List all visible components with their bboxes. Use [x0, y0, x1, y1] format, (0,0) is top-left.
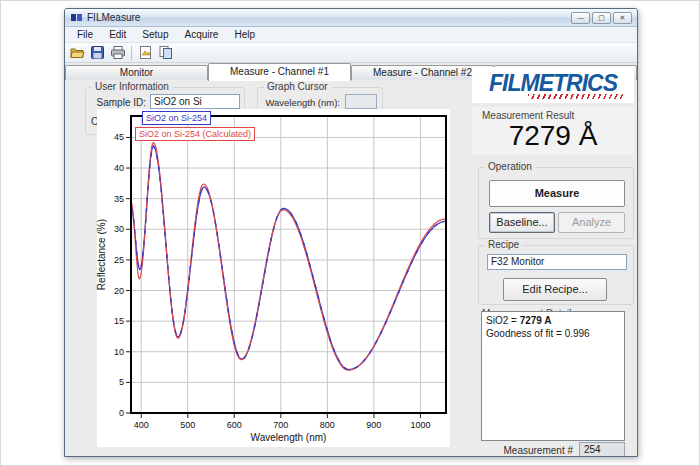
filmetrics-logo: FILMETRICS: [472, 67, 634, 103]
svg-text:5: 5: [119, 377, 124, 387]
measure-button[interactable]: Measure: [489, 180, 625, 207]
svg-text:40: 40: [114, 163, 124, 173]
cursor-wavelength-value: [345, 94, 377, 109]
screenshot-canvas: FILMeasure — ▢ ✕ File Edit Setup Acquire…: [0, 0, 700, 466]
svg-text:1000: 1000: [410, 420, 430, 430]
svg-text:45: 45: [114, 132, 124, 142]
svg-text:20: 20: [114, 286, 124, 296]
svg-text:10: 10: [114, 347, 124, 357]
svg-text:500: 500: [180, 420, 195, 430]
svg-text:30: 30: [114, 224, 124, 234]
tab-monitor[interactable]: Monitor: [65, 65, 208, 80]
svg-text:800: 800: [320, 420, 335, 430]
svg-text:600: 600: [227, 420, 242, 430]
menu-help[interactable]: Help: [226, 27, 263, 42]
menu-file[interactable]: File: [69, 27, 101, 42]
graph-cursor-title: Graph Cursor: [264, 81, 331, 92]
operation-group: Operation Measure Baseline... Analyze: [478, 167, 634, 239]
measurement-details-box: SiO2 = 7279 A Goodness of fit = 0.996: [481, 311, 625, 441]
svg-text:900: 900: [366, 420, 381, 430]
filmeasure-window: FILMeasure — ▢ ✕ File Edit Setup Acquire…: [64, 8, 638, 457]
details-thickness-value: 7279 A: [520, 315, 552, 326]
svg-text:700: 700: [273, 420, 288, 430]
app-icon: [71, 12, 82, 23]
window-title: FILMeasure: [87, 12, 140, 23]
user-information-title: User Information: [92, 81, 172, 92]
svg-text:25: 25: [114, 255, 124, 265]
baseline-button[interactable]: Baseline...: [489, 212, 555, 233]
minimize-icon[interactable]: —: [571, 12, 590, 24]
close-icon[interactable]: ✕: [613, 12, 632, 24]
legend-measured: SiO2 on Si-254: [142, 111, 211, 125]
svg-text:15: 15: [114, 316, 124, 326]
save-icon[interactable]: [89, 44, 106, 61]
toolbar-separator: [131, 46, 132, 60]
open-file-icon[interactable]: [69, 44, 86, 61]
measurement-number-label: Measurement #: [465, 445, 573, 456]
details-line-thickness: SiO2 = 7279 A: [486, 314, 620, 327]
toolbar: [65, 43, 637, 63]
measurement-result-value: 7279 Å: [472, 120, 634, 152]
cursor-wavelength-label: Wavelength (nm):: [258, 97, 340, 108]
legend-calculated: SiO2 on Si-254 (Calculated): [135, 127, 255, 141]
svg-text:400: 400: [134, 420, 149, 430]
y-axis-title: Reflectance (%): [96, 219, 107, 290]
title-bar[interactable]: FILMeasure — ▢ ✕: [65, 9, 637, 27]
operation-title: Operation: [485, 161, 535, 172]
maximize-icon[interactable]: ▢: [592, 12, 611, 24]
details-line-gof: Goodness of fit = 0.996: [486, 327, 620, 340]
tab-measure-channel-1[interactable]: Measure - Channel #1: [208, 63, 351, 81]
edit-recipe-button[interactable]: Edit Recipe...: [503, 278, 607, 301]
sample-id-field[interactable]: SiO2 on Si: [150, 94, 240, 109]
x-axis-title: Wavelength (nm): [131, 432, 446, 443]
print-icon[interactable]: [109, 44, 126, 61]
recipe-group: Recipe F32 Monitor Edit Recipe...: [478, 245, 634, 305]
menu-acquire[interactable]: Acquire: [177, 27, 227, 42]
measurement-number-value: 254: [579, 442, 625, 457]
sample-id-label: Sample ID:: [86, 97, 146, 108]
analyze-button[interactable]: Analyze: [558, 212, 625, 233]
filmetrics-logo-text: FILMETRICS: [472, 70, 634, 97]
filmetrics-logo-hatch: [528, 94, 624, 99]
recipe-combobox[interactable]: F32 Monitor: [487, 254, 627, 270]
reflectance-chart[interactable]: 4005006007008009001000051015202530354045…: [97, 109, 450, 447]
chart-plot[interactable]: 4005006007008009001000051015202530354045: [97, 109, 450, 447]
menu-setup[interactable]: Setup: [134, 27, 176, 42]
menu-bar: File Edit Setup Acquire Help: [65, 27, 637, 43]
svg-text:35: 35: [114, 194, 124, 204]
snapshot-icon[interactable]: [137, 44, 154, 61]
recipe-title: Recipe: [485, 239, 522, 250]
svg-text:0: 0: [119, 408, 124, 418]
copy-icon[interactable]: [157, 44, 174, 61]
menu-edit[interactable]: Edit: [101, 27, 134, 42]
